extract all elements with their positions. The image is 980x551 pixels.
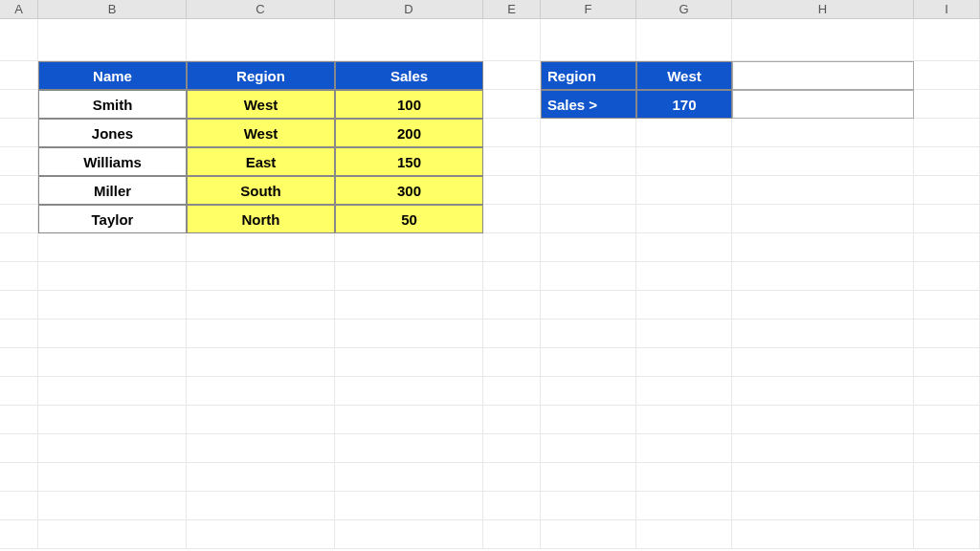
cell-a4[interactable] <box>0 119 38 147</box>
cell[interactable] <box>914 377 980 406</box>
cell[interactable] <box>636 348 732 377</box>
cell[interactable] <box>732 291 914 320</box>
cell-f5[interactable] <box>541 147 636 176</box>
cell[interactable] <box>483 320 541 348</box>
cell[interactable] <box>636 233 732 262</box>
table-row[interactable]: 50 <box>335 205 483 233</box>
cell-e5[interactable] <box>483 147 541 176</box>
cell-g1[interactable] <box>636 19 732 61</box>
cell[interactable] <box>38 233 187 262</box>
cell[interactable] <box>0 233 38 262</box>
cell[interactable] <box>483 377 541 406</box>
cell[interactable] <box>541 463 636 492</box>
col-header-f[interactable]: F <box>541 0 636 18</box>
cell[interactable] <box>636 520 732 549</box>
criteria-sales-label[interactable]: Sales > <box>541 90 636 119</box>
cell[interactable] <box>483 463 541 492</box>
cell[interactable] <box>541 233 636 262</box>
col-header-h[interactable]: H <box>732 0 914 18</box>
cell[interactable] <box>0 520 38 549</box>
cell[interactable] <box>335 291 483 320</box>
cell-h4[interactable] <box>732 119 914 147</box>
cell[interactable] <box>187 463 335 492</box>
cell[interactable] <box>541 520 636 549</box>
cell-h3[interactable] <box>732 90 914 119</box>
cell-h5[interactable] <box>732 147 914 176</box>
cell[interactable] <box>914 233 980 262</box>
cell[interactable] <box>483 262 541 291</box>
table-row[interactable]: West <box>187 119 335 147</box>
cell-g6[interactable] <box>636 176 732 205</box>
cell[interactable] <box>187 320 335 348</box>
cell[interactable] <box>335 463 483 492</box>
cell[interactable] <box>187 233 335 262</box>
col-header-b[interactable]: B <box>38 0 187 18</box>
cell[interactable] <box>0 492 38 520</box>
cell[interactable] <box>0 348 38 377</box>
cell[interactable] <box>914 492 980 520</box>
cell[interactable] <box>335 434 483 463</box>
cell-h2[interactable] <box>732 61 914 90</box>
cell[interactable] <box>38 406 187 434</box>
cell[interactable] <box>732 406 914 434</box>
col-header-d[interactable]: D <box>335 0 483 18</box>
cell-e3[interactable] <box>483 90 541 119</box>
cell[interactable] <box>636 406 732 434</box>
cell[interactable] <box>914 262 980 291</box>
cell[interactable] <box>0 291 38 320</box>
cell[interactable] <box>335 320 483 348</box>
cell[interactable] <box>187 291 335 320</box>
table-row[interactable]: Taylor <box>38 205 187 233</box>
cell[interactable] <box>483 348 541 377</box>
criteria-region-value[interactable]: West <box>636 61 732 90</box>
table-row[interactable]: North <box>187 205 335 233</box>
cell-i6[interactable] <box>914 176 980 205</box>
table-row[interactable]: 200 <box>335 119 483 147</box>
cell-g5[interactable] <box>636 147 732 176</box>
cell-g7[interactable] <box>636 205 732 233</box>
cell[interactable] <box>732 463 914 492</box>
cell[interactable] <box>0 377 38 406</box>
cell-i4[interactable] <box>914 119 980 147</box>
cell[interactable] <box>541 348 636 377</box>
table-row[interactable]: South <box>187 176 335 205</box>
cell[interactable] <box>335 348 483 377</box>
cell-a7[interactable] <box>0 205 38 233</box>
cell[interactable] <box>636 291 732 320</box>
cell[interactable] <box>38 492 187 520</box>
cell[interactable] <box>38 320 187 348</box>
cell-i2[interactable] <box>914 61 980 90</box>
cell[interactable] <box>38 520 187 549</box>
cell[interactable] <box>914 348 980 377</box>
cell-h7[interactable] <box>732 205 914 233</box>
cell[interactable] <box>636 434 732 463</box>
table-row[interactable]: 100 <box>335 90 483 119</box>
cell[interactable] <box>335 233 483 262</box>
criteria-sales-value[interactable]: 170 <box>636 90 732 119</box>
cell[interactable] <box>914 291 980 320</box>
cell[interactable] <box>38 434 187 463</box>
cell-g4[interactable] <box>636 119 732 147</box>
cell-e1[interactable] <box>483 19 541 61</box>
table-header-name[interactable]: Name <box>38 61 187 90</box>
cell-f7[interactable] <box>541 205 636 233</box>
cell[interactable] <box>636 377 732 406</box>
cell[interactable] <box>187 492 335 520</box>
cell-a3[interactable] <box>0 90 38 119</box>
table-row[interactable]: Miller <box>38 176 187 205</box>
cell[interactable] <box>732 320 914 348</box>
cell-c1[interactable] <box>187 19 335 61</box>
cell[interactable] <box>38 377 187 406</box>
table-row[interactable]: Jones <box>38 119 187 147</box>
cell[interactable] <box>335 520 483 549</box>
cell-i5[interactable] <box>914 147 980 176</box>
cell-i1[interactable] <box>914 19 980 61</box>
cell[interactable] <box>732 492 914 520</box>
cell[interactable] <box>187 406 335 434</box>
cell[interactable] <box>483 492 541 520</box>
cell-b1[interactable] <box>38 19 187 61</box>
cell-f1[interactable] <box>541 19 636 61</box>
col-header-i[interactable]: I <box>914 0 980 18</box>
col-header-a[interactable]: A <box>0 0 38 18</box>
cell[interactable] <box>335 377 483 406</box>
